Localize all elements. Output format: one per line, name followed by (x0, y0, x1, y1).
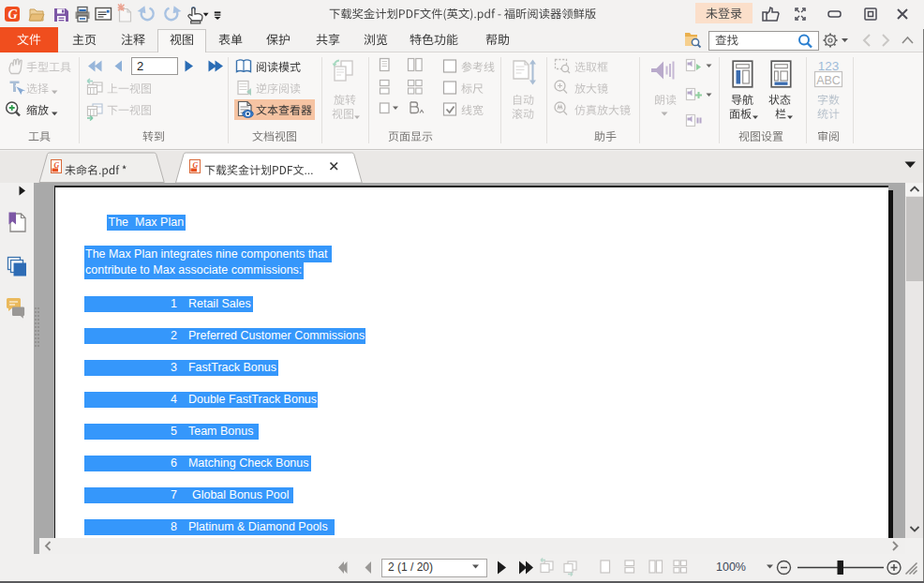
svg-text:123: 123 (818, 59, 840, 73)
svg-text:G: G (192, 161, 198, 170)
svg-text:G: G (7, 7, 17, 22)
svg-text:ABC: ABC (816, 74, 841, 87)
svg-text:G: G (53, 161, 59, 170)
